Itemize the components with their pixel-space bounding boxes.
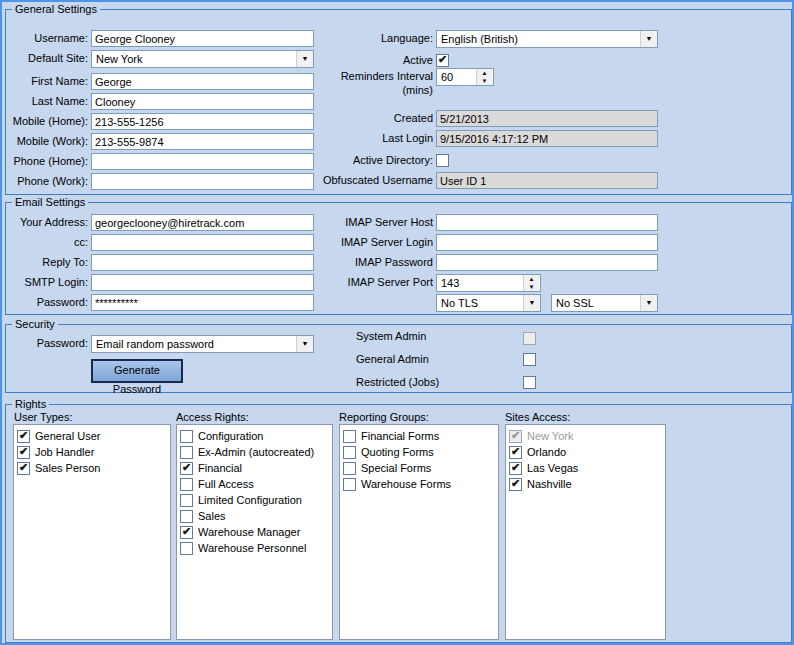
list-item-label: Configuration <box>198 430 263 442</box>
checkbox[interactable]: ✔ <box>180 430 193 443</box>
imap-port-stepper[interactable]: 143 ▲ ▼ <box>436 274 541 292</box>
security-group: Security Password: Email random password… <box>5 324 792 393</box>
list-item[interactable]: ✔Full Access <box>180 476 329 492</box>
checkbox[interactable]: ✔ <box>509 462 522 475</box>
list-item[interactable]: ✔Quoting Forms <box>343 444 495 460</box>
user-types-list[interactable]: ✔General User ✔Job Handler ✔Sales Person <box>13 424 171 640</box>
spin-down-icon[interactable]: ▼ <box>477 77 492 85</box>
restricted-jobs-label: Restricted (Jobs) <box>356 374 503 391</box>
chevron-down-icon[interactable]: ▼ <box>640 31 657 47</box>
checkbox[interactable]: ✔ <box>509 430 522 443</box>
checkbox[interactable]: ✔ <box>17 430 30 443</box>
checkbox[interactable]: ✔ <box>343 446 356 459</box>
email-password-input[interactable] <box>91 294 314 311</box>
username-input[interactable] <box>91 30 314 47</box>
list-item[interactable]: ✔Ex-Admin (autocreated) <box>180 444 329 460</box>
imap-host-label: IMAP Server Host <box>286 214 433 231</box>
language-select[interactable]: English (British) ▼ <box>436 30 658 48</box>
sites-access-list[interactable]: ✔New York ✔Orlando ✔Las Vegas ✔Nashville <box>505 424 666 640</box>
tls-select[interactable]: No TLS ▼ <box>436 294 541 312</box>
chevron-down-icon[interactable]: ▼ <box>523 295 540 311</box>
checkbox[interactable]: ✔ <box>180 510 193 523</box>
list-item-label: Warehouse Personnel <box>198 542 306 554</box>
list-item[interactable]: ✔Sales Person <box>17 460 167 476</box>
system-admin-checkbox[interactable]: ✔ <box>523 332 536 345</box>
reminders-interval-units-label: (mins) <box>286 82 433 99</box>
chevron-down-icon[interactable]: ▼ <box>640 295 657 311</box>
checkbox[interactable]: ✔ <box>509 446 522 459</box>
reminders-interval-value: 60 <box>441 70 453 85</box>
list-item[interactable]: ✔Las Vegas <box>509 460 662 476</box>
check-icon: ✔ <box>19 445 28 458</box>
general-admin-checkbox[interactable]: ✔ <box>523 353 536 366</box>
checkbox[interactable]: ✔ <box>180 478 193 491</box>
security-password-select[interactable]: Email random password ▼ <box>91 335 314 353</box>
spin-down-icon[interactable]: ▼ <box>524 283 539 291</box>
imap-host-input[interactable] <box>436 214 658 231</box>
checkbox[interactable]: ✔ <box>180 446 193 459</box>
list-item[interactable]: ✔Financial <box>180 460 329 476</box>
checkbox[interactable]: ✔ <box>509 478 522 491</box>
list-item[interactable]: ✔Warehouse Manager <box>180 524 329 540</box>
checkbox[interactable]: ✔ <box>180 462 193 475</box>
smtp-login-input[interactable] <box>91 274 314 291</box>
last-name-input[interactable] <box>91 93 314 110</box>
restricted-jobs-checkbox[interactable]: ✔ <box>523 376 536 389</box>
checkbox[interactable]: ✔ <box>17 462 30 475</box>
list-item-label: General User <box>35 430 100 442</box>
imap-password-input[interactable] <box>436 254 658 271</box>
check-icon: ✔ <box>19 461 28 474</box>
list-item-label: Full Access <box>198 478 254 490</box>
check-icon: ✔ <box>182 525 191 538</box>
checkbox[interactable]: ✔ <box>343 478 356 491</box>
list-item[interactable]: ✔General User <box>17 428 167 444</box>
security-password-label: Password: <box>12 335 88 352</box>
chevron-down-icon[interactable]: ▼ <box>296 336 313 352</box>
ssl-select[interactable]: No SSL ▼ <box>551 294 658 312</box>
list-item[interactable]: ✔Sales <box>180 508 329 524</box>
mobile-work-input[interactable] <box>91 133 314 150</box>
check-icon: ✔ <box>511 445 520 458</box>
imap-login-input[interactable] <box>436 234 658 251</box>
cc-input[interactable] <box>91 234 314 251</box>
spin-up-icon[interactable]: ▲ <box>477 69 492 77</box>
list-item[interactable]: ✔New York <box>509 428 662 444</box>
access-rights-list[interactable]: ✔Configuration ✔Ex-Admin (autocreated) ✔… <box>176 424 333 640</box>
checkbox[interactable]: ✔ <box>17 446 30 459</box>
active-checkbox[interactable]: ✔ <box>436 54 449 67</box>
checkbox[interactable]: ✔ <box>180 494 193 507</box>
default-site-select[interactable]: New York ▼ <box>91 50 314 68</box>
list-item[interactable]: ✔Nashville <box>509 476 662 492</box>
stepper-buttons[interactable]: ▲ ▼ <box>476 69 492 85</box>
obfuscated-username-field <box>436 172 658 189</box>
stepper-buttons[interactable]: ▲ ▼ <box>523 275 539 291</box>
check-icon: ✔ <box>511 477 520 490</box>
your-address-input[interactable] <box>91 214 314 231</box>
checkbox[interactable]: ✔ <box>180 542 193 555</box>
obfuscated-username-label: Obfuscated Username <box>286 172 433 189</box>
list-item[interactable]: ✔Warehouse Personnel <box>180 540 329 556</box>
reply-to-input[interactable] <box>91 254 314 271</box>
phone-home-input[interactable] <box>91 153 314 170</box>
reporting-groups-list[interactable]: ✔Financial Forms ✔Quoting Forms ✔Special… <box>339 424 499 640</box>
active-directory-checkbox[interactable]: ✔ <box>436 154 449 167</box>
general-settings-title: General Settings <box>12 2 100 16</box>
generate-password-button[interactable]: Generate Password <box>91 359 183 383</box>
checkbox[interactable]: ✔ <box>180 526 193 539</box>
checkbox[interactable]: ✔ <box>343 462 356 475</box>
username-label: Username: <box>12 30 88 47</box>
list-item[interactable]: ✔Job Handler <box>17 444 167 460</box>
list-item[interactable]: ✔Warehouse Forms <box>343 476 495 492</box>
list-item[interactable]: ✔Limited Configuration <box>180 492 329 508</box>
reminders-interval-stepper[interactable]: 60 ▲ ▼ <box>436 68 494 86</box>
first-name-input[interactable] <box>91 73 314 90</box>
checkbox[interactable]: ✔ <box>343 430 356 443</box>
spin-up-icon[interactable]: ▲ <box>524 275 539 283</box>
list-item[interactable]: ✔Financial Forms <box>343 428 495 444</box>
list-item[interactable]: ✔Configuration <box>180 428 329 444</box>
list-item[interactable]: ✔Special Forms <box>343 460 495 476</box>
list-item[interactable]: ✔Orlando <box>509 444 662 460</box>
mobile-home-input[interactable] <box>91 113 314 130</box>
phone-work-input[interactable] <box>91 173 314 190</box>
check-icon: ✔ <box>511 429 520 442</box>
